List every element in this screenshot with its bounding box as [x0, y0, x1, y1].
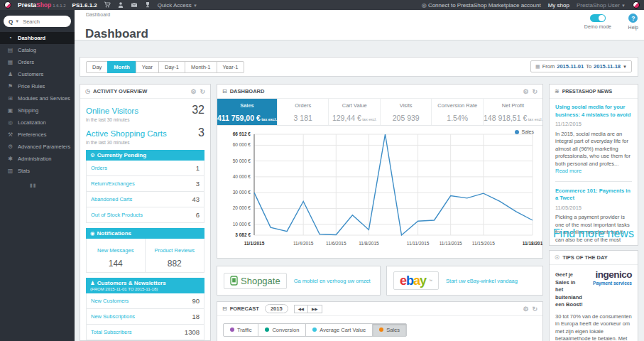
range-button-month-1[interactable]: Month-1	[185, 61, 217, 73]
range-button-day[interactable]: Day	[86, 61, 108, 73]
search-input[interactable]	[21, 18, 62, 26]
sidebar-collapse-handle[interactable]: ▮▮	[0, 183, 75, 188]
page-header: Dashboard Dashboard Demo mode ? Help	[75, 10, 644, 40]
user-menu[interactable]: PrestaShop User ▼	[577, 2, 626, 9]
customers-link[interactable]: New Customers	[91, 298, 129, 304]
pending-link[interactable]: Out of Stock Products	[91, 212, 143, 218]
help-icon[interactable]: ?	[628, 13, 638, 23]
cart-icon[interactable]	[104, 1, 111, 9]
range-button-month[interactable]: Month	[107, 61, 136, 73]
quick-access-label: Quick Access	[158, 2, 192, 9]
kpi-tab-conversion-rate[interactable]: Conversion Rate1.54%	[432, 99, 484, 125]
kpi-suffix: tax excl.	[261, 117, 277, 121]
search-icon: Q	[9, 18, 13, 25]
legend-item[interactable]: Sales	[515, 129, 534, 134]
pending-link[interactable]: Return/Exchanges	[91, 180, 135, 187]
brand[interactable]: PrestaShop1.6.1.2	[18, 1, 66, 9]
sidebar-item-administration[interactable]: ✱Administration	[0, 153, 75, 165]
sidebar-item-catalog[interactable]: ▤Catalog	[0, 44, 75, 56]
range-button-year[interactable]: Year	[136, 61, 159, 73]
sidebar-search[interactable]: Q ▼	[4, 16, 71, 27]
forecast-year-selector[interactable]: 2015	[265, 304, 288, 313]
shop-name[interactable]: PS1.6.1.2	[72, 2, 97, 9]
refresh-icon[interactable]: ↻	[532, 305, 537, 313]
svg-text:11/1/2015: 11/1/2015	[244, 241, 265, 246]
read-more-link[interactable]: Read more	[555, 168, 582, 174]
to-label: To	[586, 63, 591, 70]
sidebar-item-advanced-parameters[interactable]: ⚙Advanced Parameters	[0, 141, 75, 153]
kpi-row: Sales411 759,00 € tax excl.Orders3 181Ca…	[217, 99, 542, 126]
customers-link[interactable]: New Subscriptions	[91, 313, 135, 320]
news-articles: Using social media for your business: 4 …	[550, 99, 638, 246]
shopgate-link[interactable]: Ga mobiel en verhoog uw omzet	[294, 278, 371, 284]
online-visitors-link[interactable]: Online Visitors	[86, 107, 138, 115]
kpi-tab-sales[interactable]: Sales411 759,00 € tax excl.	[217, 99, 278, 125]
article-title-link[interactable]: Ecommerce 101: Payments in a Tweet	[555, 188, 632, 202]
forecast-prev-button[interactable]: ◀◀	[294, 305, 308, 313]
notification-link[interactable]: New Messages	[97, 247, 133, 254]
localization-icon: ◎	[6, 119, 14, 126]
sidebar-item-orders[interactable]: ▦Orders	[0, 56, 75, 68]
sidebar-item-label: Administration	[18, 156, 52, 162]
sidebar-item-customers[interactable]: ♟Customers	[0, 68, 75, 80]
forecast-next-button[interactable]: ▶▶	[307, 305, 322, 313]
gear-icon[interactable]: ⚙	[523, 305, 528, 313]
range-button-year-1[interactable]: Year-1	[217, 61, 245, 73]
shopgate-banner[interactable]: Shopgate Ga mobiel en verhoog uw omzet	[217, 266, 381, 296]
sidebar-item-localization[interactable]: ◎Localization	[0, 117, 75, 129]
dashboard-icon: ◔	[6, 35, 14, 41]
online-visitors-value: 32	[192, 104, 204, 117]
customers-section-header: ♟Customers & Newsletters(FROM 2015-11-01…	[86, 278, 204, 293]
news-panel-header: ≋ PRESTASHOP NEWS	[550, 85, 638, 99]
customers-link[interactable]: Total Subscribers	[91, 329, 132, 335]
ebay-letter: e	[400, 274, 406, 288]
ebay-banner[interactable]: ebay™ Start uw eBay-winkel vandaag	[386, 266, 543, 296]
user-name: PrestaShop User	[577, 2, 620, 9]
quick-access-menu[interactable]: Quick Access ▼	[158, 2, 197, 9]
customer-icon[interactable]	[117, 1, 124, 9]
stats-icon: ▥	[6, 168, 14, 174]
forecast-toggle-sales[interactable]: Sales	[372, 323, 407, 337]
range-button-day-1[interactable]: Day-1	[158, 61, 185, 73]
sidebar-item-label: Orders	[18, 59, 34, 65]
sidebar-item-price-rules[interactable]: ⚑Price Rules	[0, 80, 75, 92]
gear-icon[interactable]: ⚙	[190, 88, 196, 95]
forecast-toggle-conversion[interactable]: Conversion	[258, 323, 306, 337]
avatar[interactable]	[633, 1, 640, 9]
search-scope-caret-icon[interactable]: ▼	[15, 19, 19, 23]
active-carts-value: 3	[198, 126, 204, 139]
trophy-icon[interactable]	[144, 1, 151, 9]
my-shop-link[interactable]: My shop	[548, 2, 569, 9]
sidebar-item-dashboard[interactable]: ◔Dashboard	[0, 32, 75, 44]
messages-icon[interactable]	[131, 1, 138, 9]
kpi-tab-net-profit[interactable]: Net Profit148 918,51 € tax excl.	[484, 99, 542, 125]
notification-link[interactable]: Product Reviews	[155, 247, 195, 254]
find-more-news-link[interactable]: Find more news	[550, 227, 638, 240]
refresh-icon[interactable]: ↻	[200, 88, 205, 95]
gear-icon[interactable]: ⚙	[523, 88, 528, 95]
sidebar-item-shipping[interactable]: ▣Shipping	[0, 104, 75, 117]
kpi-tab-cart-value[interactable]: Cart Value129,44 € tax excl.	[329, 99, 381, 125]
notifications-section-header: ◉Notifications	[86, 228, 204, 239]
kpi-tab-orders[interactable]: Orders3 181	[278, 99, 329, 125]
forecast-toggle-traffic[interactable]: Traffic	[223, 323, 258, 337]
pending-link[interactable]: Abandoned Carts	[91, 196, 132, 202]
article-title-link[interactable]: Using social media for your business: 4 …	[555, 104, 632, 119]
prestashop-logo-icon[interactable]	[4, 1, 11, 9]
forecast-toggle-average-cart-value[interactable]: Average Cart Value	[305, 323, 373, 337]
catalog-icon: ▤	[6, 47, 14, 53]
date-range-button[interactable]: ▦ From 2015-11-01 To 2015-11-18 ▼	[530, 60, 632, 72]
sidebar-item-label: Price Rules	[18, 83, 45, 90]
pending-link[interactable]: Orders	[91, 165, 107, 171]
marketplace-link[interactable]: ◎ Connect to PrestaShop Marketplace acco…	[422, 2, 541, 9]
notification-value: 144	[89, 259, 143, 269]
active-carts-link[interactable]: Active Shopping Carts	[86, 129, 167, 138]
ebay-link[interactable]: Start uw eBay-winkel vandaag	[446, 278, 518, 284]
clock-icon: ◷	[85, 88, 90, 94]
demo-mode-toggle[interactable]	[590, 14, 606, 22]
sidebar-item-preferences[interactable]: ⚒Preferences	[0, 129, 75, 141]
kpi-tab-visits[interactable]: Visits205 939	[381, 99, 432, 125]
refresh-icon[interactable]: ↻	[532, 88, 537, 95]
sidebar-item-modules-and-services[interactable]: ⊞Modules and Services	[0, 92, 75, 104]
sidebar-item-stats[interactable]: ▥Stats	[0, 165, 75, 177]
